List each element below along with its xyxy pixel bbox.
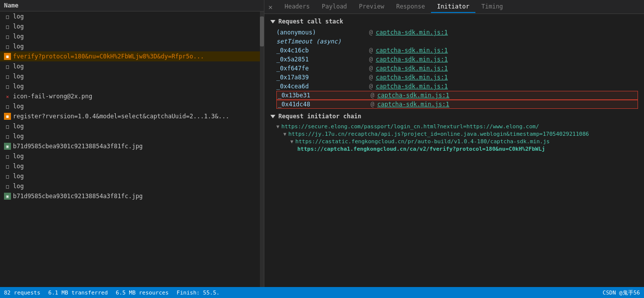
- main-container: Name □log□log□log□log■fverify?protocol=1…: [0, 0, 644, 287]
- list-item[interactable]: □log: [0, 61, 260, 71]
- tab-timing[interactable]: Timing: [475, 1, 509, 13]
- list-item[interactable]: □log: [0, 181, 260, 191]
- chain-arrow: ▼: [283, 131, 286, 137]
- doc-icon: □: [4, 123, 11, 130]
- tab-initiator[interactable]: Initiator: [431, 1, 475, 13]
- call-stack-title: Request call stack: [278, 18, 343, 25]
- tab-payload[interactable]: Payload: [316, 1, 353, 13]
- status-right-text: CSDN @鬼手56: [603, 289, 640, 297]
- tab-headers[interactable]: Headers: [278, 1, 316, 13]
- call-stack-row: _0x13be31@captcha-sdk.min.js:1: [276, 91, 638, 100]
- initiator-chain-title: Request initiator chain: [278, 113, 361, 120]
- function-name: _0x4cea6d: [276, 83, 366, 90]
- call-stack-row: _0x17a839@captcha-sdk.min.js:1: [276, 73, 638, 82]
- tab-preview[interactable]: Preview: [353, 1, 391, 13]
- doc-icon: □: [4, 73, 11, 80]
- initiator-chain-toggle[interactable]: [270, 115, 275, 118]
- chain-url[interactable]: https://captcha1.fengkongcloud.cn/ca/v2/…: [297, 146, 545, 152]
- function-name: _0x4c16cb: [276, 47, 366, 54]
- list-item[interactable]: ■register?rversion=1.0.4&model=select&ca…: [0, 111, 260, 121]
- doc-icon: □: [4, 63, 11, 70]
- resources-size: 6.5 MB resources: [116, 290, 169, 296]
- file-link[interactable]: captcha-sdk.min.js:1: [377, 101, 449, 108]
- doc-icon: □: [4, 43, 11, 50]
- function-name: _0x13be31: [278, 92, 368, 99]
- list-item[interactable]: □log: [0, 31, 260, 41]
- list-item[interactable]: □log: [0, 161, 260, 171]
- file-link[interactable]: captcha-sdk.min.js:1: [377, 92, 449, 99]
- call-stack-row: _0x5a2851@captcha-sdk.min.js:1: [276, 55, 638, 64]
- chain-entry: ▼ https://secure.elong.com/passport/logi…: [270, 123, 638, 130]
- tabs-bar: ✕ HeadersPayloadPreviewResponseInitiator…: [264, 0, 644, 14]
- file-name: log: [13, 63, 24, 70]
- file-name: log: [13, 103, 24, 110]
- file-name: log: [13, 163, 24, 170]
- doc-icon: □: [4, 83, 11, 90]
- doc-icon: □: [4, 153, 11, 160]
- close-button[interactable]: ✕: [268, 3, 272, 11]
- orange-square-icon: ■: [4, 53, 11, 60]
- call-stack-row: (anonymous)@captcha-sdk.min.js:1: [276, 28, 638, 37]
- list-item[interactable]: □log: [0, 11, 260, 21]
- chain-url[interactable]: https://jy.17u.cn/recaptcha/api.js?proje…: [288, 131, 589, 137]
- file-link[interactable]: captcha-sdk.min.js:1: [376, 56, 448, 63]
- file-link[interactable]: captcha-sdk.min.js:1: [376, 74, 448, 81]
- list-item[interactable]: □log: [0, 81, 260, 91]
- at-sign: @: [369, 74, 373, 81]
- chain-url[interactable]: https://secure.elong.com/passport/login_…: [281, 123, 539, 130]
- file-name: log: [13, 43, 24, 50]
- chain-arrow: ▼: [290, 139, 293, 144]
- file-name: log: [13, 123, 24, 130]
- file-link[interactable]: captcha-sdk.min.js:1: [376, 83, 448, 90]
- file-name: fverify?protocol=180&nu=C0kH%2FbWLjw8%3D…: [13, 53, 204, 60]
- file-list-container: □log□log□log□log■fverify?protocol=180&nu…: [0, 11, 264, 287]
- doc-icon: □: [4, 163, 11, 170]
- doc-icon: □: [4, 133, 11, 140]
- list-item[interactable]: □log: [0, 171, 260, 181]
- file-link[interactable]: captcha-sdk.min.js:1: [376, 47, 448, 54]
- at-sign: @: [371, 92, 374, 99]
- file-link[interactable]: captcha-sdk.min.js:1: [376, 29, 448, 36]
- transferred-size: 6.1 MB transferred: [48, 290, 108, 296]
- file-name: log: [13, 73, 24, 80]
- list-item[interactable]: □log: [0, 131, 260, 141]
- file-name: log: [13, 173, 24, 180]
- file-name: b71d9585cbea9301c92138854a3f81fc.jpg: [13, 193, 143, 200]
- doc-icon: □: [4, 103, 11, 110]
- file-name: log: [13, 83, 24, 90]
- call-stack-row: _0xf647fe@captcha-sdk.min.js:1: [276, 64, 638, 73]
- scrollbar-track[interactable]: [260, 11, 264, 287]
- list-item[interactable]: □log: [0, 21, 260, 31]
- file-name: b71d9585cbea9301c92138854a3f81fc.jpg: [13, 143, 143, 150]
- function-name: _0x5a2851: [276, 56, 366, 63]
- scrollbar-thumb[interactable]: [260, 16, 264, 46]
- doc-icon: □: [4, 183, 11, 190]
- image-green-icon: ▣: [4, 193, 11, 200]
- tabs-container: HeadersPayloadPreviewResponseInitiatorTi…: [278, 1, 509, 13]
- list-item[interactable]: ■fverify?protocol=180&nu=C0kH%2FbWLjw8%3…: [0, 51, 260, 61]
- call-stack-row: _0x4cea6d@captcha-sdk.min.js:1: [276, 82, 638, 91]
- list-item[interactable]: ▣b71d9585cbea9301c92138854a3f81fc.jpg: [0, 191, 260, 201]
- file-link[interactable]: captcha-sdk.min.js:1: [376, 65, 448, 72]
- finish-time: Finish: 55.5.: [177, 290, 219, 296]
- list-item[interactable]: □log: [0, 151, 260, 161]
- list-item[interactable]: □log: [0, 71, 260, 81]
- list-item[interactable]: □log: [0, 101, 260, 111]
- initiator-chain-entries: ▼ https://secure.elong.com/passport/logi…: [270, 123, 638, 153]
- red-x-icon: ✕: [4, 93, 11, 100]
- chain-arrow: ▼: [276, 124, 279, 129]
- at-sign: @: [369, 47, 373, 54]
- file-name: log: [13, 153, 24, 160]
- list-item[interactable]: □log: [0, 121, 260, 131]
- list-item[interactable]: □log: [0, 41, 260, 51]
- list-item[interactable]: ▣b71d9585cbea9301c92138854a3f81fc.jpg: [0, 141, 260, 151]
- at-sign: @: [369, 65, 373, 72]
- list-item[interactable]: ✕icon-fail-wrong@2x.png: [0, 91, 260, 101]
- at-sign: @: [369, 29, 373, 36]
- call-stack-toggle[interactable]: [270, 20, 275, 23]
- function-name: _0xf647fe: [276, 65, 366, 72]
- file-list: □log□log□log□log■fverify?protocol=180&nu…: [0, 11, 260, 287]
- tab-response[interactable]: Response: [390, 1, 431, 13]
- chain-url[interactable]: https://castatic.fengkongcloud.cn/pr/aut…: [295, 138, 550, 145]
- doc-icon: □: [4, 173, 11, 180]
